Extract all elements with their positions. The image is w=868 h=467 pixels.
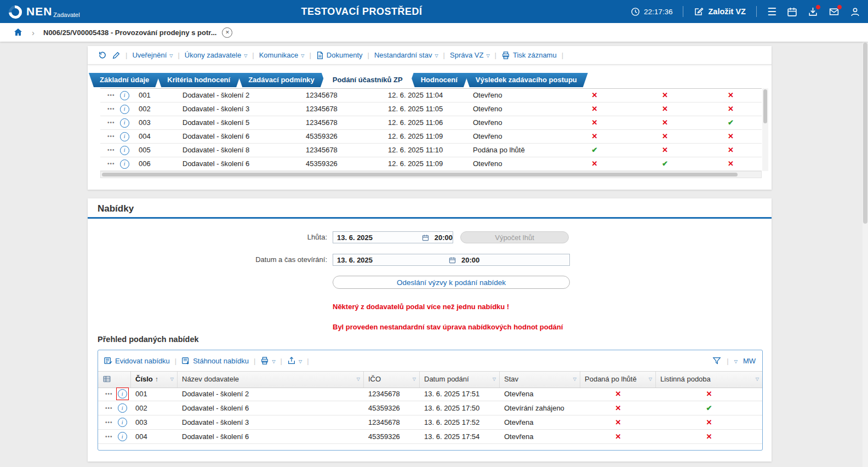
nen-logo[interactable]: NENZadavatel xyxy=(0,4,80,19)
table-settings-icon[interactable] xyxy=(102,375,111,383)
vypocet-lhut-button[interactable]: Výpočet lhůt xyxy=(460,231,569,243)
send-invitation-button[interactable]: Odeslání výzvy k podání nabídek xyxy=(333,276,570,289)
filter-caret-icon[interactable]: ▽ xyxy=(756,372,759,386)
print-button[interactable]: ▽ xyxy=(260,356,275,365)
participant-row[interactable]: •••i001Dodavatel - školení 21234567812. … xyxy=(100,89,762,102)
offer-row[interactable]: •••i002Dodavatel - školení 64535932613. … xyxy=(98,401,762,415)
filter-caret-icon[interactable]: ▽ xyxy=(573,372,576,386)
table-cell: Otevřena xyxy=(500,415,580,429)
row-menu-icon[interactable]: ••• xyxy=(107,161,115,167)
row-menu-icon[interactable]: ••• xyxy=(107,120,115,126)
info-icon[interactable]: i xyxy=(120,105,129,114)
info-icon[interactable]: i xyxy=(120,160,129,169)
downloads-icon[interactable] xyxy=(808,7,818,17)
calendar-icon[interactable] xyxy=(449,257,456,264)
tab-4[interactable]: Podání účastníků ZP xyxy=(322,73,414,87)
row-menu-icon[interactable]: ••• xyxy=(107,147,115,153)
column-header-listinna[interactable]: Listinná podoba▽ xyxy=(656,372,762,388)
offer-row[interactable]: •••i004Dodavatel - školení 64535932613. … xyxy=(98,430,762,444)
offer-row[interactable]: •••i003Dodavatel - školení 31234567813. … xyxy=(98,415,762,430)
toolbar-item-sprava-vz[interactable]: Správa VZ▽ xyxy=(450,51,490,59)
breadcrumb-item[interactable]: N006/25/V00005438 - Provozování prodejny… xyxy=(43,29,216,37)
mail-badge xyxy=(837,4,842,10)
row-menu-icon[interactable]: ••• xyxy=(107,93,115,98)
tab-6[interactable]: Výsledek zadávacího postupu xyxy=(465,73,588,87)
stahnout-nabidku-button[interactable]: Stáhnout nabídku xyxy=(181,356,249,365)
tab-5[interactable]: Hodnocení xyxy=(410,73,469,87)
horizontal-scroll-thumb[interactable] xyxy=(102,173,738,176)
participant-row[interactable]: •••i003Dodavatel - školení 51234567812. … xyxy=(100,116,762,130)
column-header-stav[interactable]: Stav▽ xyxy=(500,372,580,388)
filter-caret-icon[interactable]: ▽ xyxy=(357,372,360,386)
lhuta-date-value[interactable]: 13. 6. 2025 xyxy=(333,234,419,242)
nabidky-panel: Nabídky Lhůta: 13. 6. 2025 20:00 Výpočet… xyxy=(88,198,772,462)
chevron-down-icon[interactable]: ▽ xyxy=(734,359,738,364)
filter-caret-icon[interactable]: ▽ xyxy=(413,372,416,386)
column-header-po-lhute[interactable]: Podaná po lhůtě▽ xyxy=(580,372,656,388)
info-icon[interactable]: i xyxy=(120,132,129,141)
row-menu-icon[interactable]: ••• xyxy=(105,434,113,440)
table-cell: Dodavatel - školení 5 xyxy=(178,116,301,129)
filter-caret-icon[interactable]: ▽ xyxy=(649,372,652,386)
filter-icon[interactable] xyxy=(712,356,721,365)
toolbar-item-nestandardni-stav[interactable]: Nestandardní stav▽ xyxy=(374,51,438,59)
user-profile-icon[interactable] xyxy=(850,7,860,17)
cross-icon: ✕ xyxy=(592,118,598,127)
info-icon[interactable]: i xyxy=(118,389,127,398)
cross-icon: ✕ xyxy=(706,432,712,441)
participant-row[interactable]: •••i004Dodavatel - školení 64535932612. … xyxy=(100,130,762,144)
evidovat-nabidku-button[interactable]: Evidovat nabídku xyxy=(104,356,170,365)
page-scroll-thumb[interactable] xyxy=(863,43,867,224)
table-cell: ✕ xyxy=(700,144,762,157)
lhuta-date-input[interactable]: 13. 6. 2025 20:00 xyxy=(333,231,453,243)
export-button[interactable]: ▽ xyxy=(287,356,302,365)
home-icon[interactable] xyxy=(13,27,23,37)
hamburger-menu-icon[interactable]: ☰ xyxy=(767,7,776,17)
row-menu-icon[interactable]: ••• xyxy=(105,420,113,425)
toolbar-item-uverejneni[interactable]: Uveřejnění▽ xyxy=(132,51,173,59)
calendar-icon[interactable] xyxy=(422,234,429,241)
oteviranie-date-input[interactable]: 13. 6. 2025 20:00 xyxy=(333,254,570,266)
create-vz-button[interactable]: Založit VZ xyxy=(694,7,745,16)
filter-caret-icon[interactable]: ▽ xyxy=(170,372,174,386)
row-menu-icon[interactable]: ••• xyxy=(105,391,113,397)
calendar-toolbar-icon[interactable] xyxy=(787,7,797,17)
close-icon[interactable]: ✕ xyxy=(222,27,232,38)
oteviranie-time-value[interactable]: 20:00 xyxy=(461,256,479,264)
toolbar-item-tisk-zaznamu[interactable]: Tisk záznamu xyxy=(501,51,557,60)
lhuta-time-value[interactable]: 20:00 xyxy=(435,234,453,242)
row-menu-icon[interactable]: ••• xyxy=(105,406,113,411)
toolbar-item-komunikace[interactable]: Komunikace▽ xyxy=(259,51,305,59)
table-cell: ✕ xyxy=(580,430,656,443)
participant-row[interactable]: •••i002Dodavatel - školení 31234567812. … xyxy=(100,102,762,116)
tab-1[interactable]: Základní údaje xyxy=(89,73,160,87)
info-icon[interactable]: i xyxy=(120,146,129,155)
column-header-cislo[interactable]: Číslo↑▽ xyxy=(131,372,178,388)
row-actions: •••i xyxy=(98,387,131,401)
user-view-mw[interactable]: MW xyxy=(743,357,756,365)
vertical-scroll-thumb[interactable] xyxy=(763,89,767,123)
column-header-datum[interactable]: Datum podání▽ xyxy=(420,372,500,388)
info-icon[interactable]: i xyxy=(118,418,127,427)
toolbar-item-dokumenty[interactable]: Dokumenty xyxy=(316,51,363,60)
tab-2[interactable]: Kritéria hodnocení xyxy=(156,73,241,87)
row-menu-icon[interactable]: ••• xyxy=(107,106,115,112)
undo-icon[interactable] xyxy=(98,50,107,60)
column-header-nazev[interactable]: Název dodavatele▽ xyxy=(178,372,364,388)
mail-icon[interactable] xyxy=(829,7,840,17)
column-header-ico[interactable]: IČO▽ xyxy=(364,372,420,388)
filter-caret-icon[interactable]: ▽ xyxy=(493,372,496,386)
tab-3[interactable]: Zadávací podmínky xyxy=(237,73,326,87)
participant-row[interactable]: •••i006Dodavatel - školení 64535932612. … xyxy=(100,157,762,171)
toolbar-item-ukony-zadavatele[interactable]: Úkony zadavatele▽ xyxy=(185,51,248,59)
edit-pencil-icon[interactable] xyxy=(112,51,121,60)
info-icon[interactable]: i xyxy=(118,432,127,441)
offer-row[interactable]: •••i001Dodavatel - školení 21234567813. … xyxy=(98,387,762,401)
oteviranie-date-value[interactable]: 13. 6. 2025 xyxy=(333,256,446,264)
row-menu-icon[interactable]: ••• xyxy=(107,134,115,139)
info-icon[interactable]: i xyxy=(118,403,127,413)
table-cell: ✕ xyxy=(559,130,630,143)
participant-row[interactable]: •••i005Dodavatel - školení 81234567812. … xyxy=(100,144,762,157)
info-icon[interactable]: i xyxy=(120,118,129,128)
info-icon[interactable]: i xyxy=(120,91,129,100)
